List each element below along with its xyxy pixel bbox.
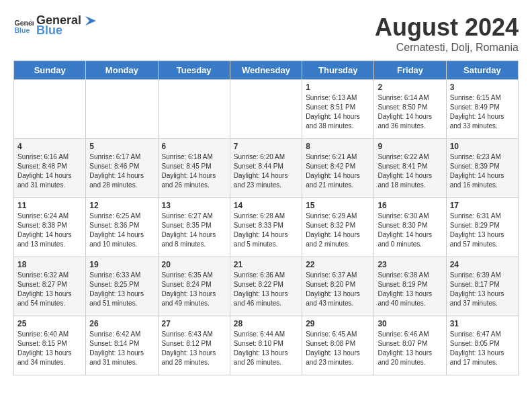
calendar-cell: 8Sunrise: 6:21 AM Sunset: 8:42 PM Daylig… (302, 139, 374, 198)
day-info: Sunrise: 6:25 AM Sunset: 8:36 PM Dayligh… (89, 212, 154, 249)
calendar-week-row: 4Sunrise: 6:16 AM Sunset: 8:48 PM Daylig… (14, 139, 519, 198)
calendar-cell: 26Sunrise: 6:42 AM Sunset: 8:14 PM Dayli… (86, 316, 158, 375)
day-number: 3 (450, 83, 515, 92)
day-info: Sunrise: 6:46 AM Sunset: 8:07 PM Dayligh… (378, 330, 442, 367)
calendar-table: SundayMondayTuesdayWednesdayThursdayFrid… (13, 60, 519, 375)
day-number: 25 (17, 319, 82, 328)
calendar-cell: 23Sunrise: 6:38 AM Sunset: 8:19 PM Dayli… (374, 257, 446, 316)
calendar-cell: 15Sunrise: 6:29 AM Sunset: 8:32 PM Dayli… (302, 198, 374, 257)
header-day-monday: Monday (86, 61, 158, 80)
location-subtitle: Cernatesti, Dolj, Romania (375, 42, 519, 54)
day-number: 5 (89, 142, 154, 151)
day-number: 15 (306, 201, 370, 210)
day-info: Sunrise: 6:29 AM Sunset: 8:32 PM Dayligh… (306, 212, 370, 249)
day-number: 26 (89, 319, 154, 328)
day-number: 27 (162, 319, 226, 328)
page-header: General Blue General Blue August 2024 Ce… (13, 13, 519, 54)
day-info: Sunrise: 6:37 AM Sunset: 8:20 PM Dayligh… (306, 271, 370, 308)
day-info: Sunrise: 6:33 AM Sunset: 8:25 PM Dayligh… (89, 271, 154, 308)
day-number: 16 (378, 201, 442, 210)
day-number: 24 (450, 260, 515, 269)
calendar-week-row: 1Sunrise: 6:13 AM Sunset: 8:51 PM Daylig… (14, 80, 519, 139)
calendar-week-row: 18Sunrise: 6:32 AM Sunset: 8:27 PM Dayli… (14, 257, 519, 316)
calendar-cell: 7Sunrise: 6:20 AM Sunset: 8:44 PM Daylig… (230, 139, 302, 198)
calendar-cell: 21Sunrise: 6:36 AM Sunset: 8:22 PM Dayli… (230, 257, 302, 316)
day-info: Sunrise: 6:44 AM Sunset: 8:10 PM Dayligh… (234, 330, 298, 367)
day-info: Sunrise: 6:16 AM Sunset: 8:48 PM Dayligh… (17, 152, 82, 190)
day-number: 29 (306, 319, 370, 328)
day-info: Sunrise: 6:32 AM Sunset: 8:27 PM Dayligh… (17, 271, 82, 308)
header-day-wednesday: Wednesday (230, 61, 302, 80)
calendar-cell: 5Sunrise: 6:17 AM Sunset: 8:46 PM Daylig… (86, 139, 158, 198)
day-number: 30 (378, 319, 442, 328)
calendar-cell (158, 80, 230, 139)
day-number: 13 (162, 201, 226, 210)
calendar-cell: 18Sunrise: 6:32 AM Sunset: 8:27 PM Dayli… (14, 257, 86, 316)
day-info: Sunrise: 6:21 AM Sunset: 8:42 PM Dayligh… (306, 152, 370, 190)
calendar-cell: 11Sunrise: 6:24 AM Sunset: 8:38 PM Dayli… (14, 198, 86, 257)
day-info: Sunrise: 6:15 AM Sunset: 8:49 PM Dayligh… (450, 93, 515, 131)
day-info: Sunrise: 6:27 AM Sunset: 8:35 PM Dayligh… (162, 212, 226, 249)
calendar-cell: 28Sunrise: 6:44 AM Sunset: 8:10 PM Dayli… (230, 316, 302, 375)
calendar-week-row: 25Sunrise: 6:40 AM Sunset: 8:15 PM Dayli… (14, 316, 519, 375)
header-day-sunday: Sunday (14, 61, 86, 80)
day-number: 10 (450, 142, 515, 151)
day-info: Sunrise: 6:38 AM Sunset: 8:19 PM Dayligh… (378, 271, 442, 308)
calendar-cell: 22Sunrise: 6:37 AM Sunset: 8:20 PM Dayli… (302, 257, 374, 316)
calendar-cell: 13Sunrise: 6:27 AM Sunset: 8:35 PM Dayli… (158, 198, 230, 257)
header-day-thursday: Thursday (302, 61, 374, 80)
day-info: Sunrise: 6:28 AM Sunset: 8:33 PM Dayligh… (234, 212, 298, 249)
day-number: 18 (17, 260, 82, 269)
calendar-cell: 17Sunrise: 6:31 AM Sunset: 8:29 PM Dayli… (446, 198, 518, 257)
calendar-cell: 25Sunrise: 6:40 AM Sunset: 8:15 PM Dayli… (14, 316, 86, 375)
day-info: Sunrise: 6:18 AM Sunset: 8:45 PM Dayligh… (162, 152, 226, 190)
day-info: Sunrise: 6:43 AM Sunset: 8:12 PM Dayligh… (162, 330, 226, 367)
day-number: 2 (378, 83, 442, 92)
svg-marker-3 (85, 16, 96, 26)
day-info: Sunrise: 6:39 AM Sunset: 8:17 PM Dayligh… (450, 271, 515, 308)
day-number: 22 (306, 260, 370, 269)
day-number: 14 (234, 201, 298, 210)
day-info: Sunrise: 6:47 AM Sunset: 8:05 PM Dayligh… (450, 330, 515, 367)
day-number: 7 (234, 142, 298, 151)
month-year-title: August 2024 (375, 13, 519, 42)
day-number: 28 (234, 319, 298, 328)
calendar-header-row: SundayMondayTuesdayWednesdayThursdayFrid… (14, 61, 519, 80)
day-number: 11 (17, 201, 82, 210)
day-info: Sunrise: 6:35 AM Sunset: 8:24 PM Dayligh… (162, 271, 226, 308)
calendar-cell: 30Sunrise: 6:46 AM Sunset: 8:07 PM Dayli… (374, 316, 446, 375)
day-info: Sunrise: 6:36 AM Sunset: 8:22 PM Dayligh… (234, 271, 298, 308)
calendar-cell: 9Sunrise: 6:22 AM Sunset: 8:41 PM Daylig… (374, 139, 446, 198)
calendar-cell: 12Sunrise: 6:25 AM Sunset: 8:36 PM Dayli… (86, 198, 158, 257)
day-number: 1 (306, 83, 370, 92)
calendar-cell (230, 80, 302, 139)
day-info: Sunrise: 6:45 AM Sunset: 8:08 PM Dayligh… (306, 330, 370, 367)
day-info: Sunrise: 6:40 AM Sunset: 8:15 PM Dayligh… (17, 330, 82, 367)
day-number: 6 (162, 142, 226, 151)
day-number: 19 (89, 260, 154, 269)
day-info: Sunrise: 6:22 AM Sunset: 8:41 PM Dayligh… (378, 152, 442, 190)
logo-arrow-icon (83, 15, 97, 27)
day-info: Sunrise: 6:24 AM Sunset: 8:38 PM Dayligh… (17, 212, 82, 249)
calendar-cell (86, 80, 158, 139)
day-number: 9 (378, 142, 442, 151)
calendar-cell: 6Sunrise: 6:18 AM Sunset: 8:45 PM Daylig… (158, 139, 230, 198)
day-number: 31 (450, 319, 515, 328)
day-info: Sunrise: 6:30 AM Sunset: 8:30 PM Dayligh… (378, 212, 442, 249)
calendar-cell (14, 80, 86, 139)
svg-text:Blue: Blue (15, 26, 30, 34)
day-number: 20 (162, 260, 226, 269)
day-number: 4 (17, 142, 82, 151)
calendar-cell: 24Sunrise: 6:39 AM Sunset: 8:17 PM Dayli… (446, 257, 518, 316)
day-number: 12 (89, 201, 154, 210)
day-info: Sunrise: 6:31 AM Sunset: 8:29 PM Dayligh… (450, 212, 515, 249)
day-info: Sunrise: 6:20 AM Sunset: 8:44 PM Dayligh… (234, 152, 298, 190)
day-info: Sunrise: 6:23 AM Sunset: 8:39 PM Dayligh… (450, 152, 515, 190)
header-day-saturday: Saturday (446, 61, 518, 80)
calendar-cell: 2Sunrise: 6:14 AM Sunset: 8:50 PM Daylig… (374, 80, 446, 139)
day-info: Sunrise: 6:14 AM Sunset: 8:50 PM Dayligh… (378, 93, 442, 131)
calendar-cell: 20Sunrise: 6:35 AM Sunset: 8:24 PM Dayli… (158, 257, 230, 316)
calendar-cell: 3Sunrise: 6:15 AM Sunset: 8:49 PM Daylig… (446, 80, 518, 139)
title-block: August 2024 Cernatesti, Dolj, Romania (375, 13, 519, 54)
day-number: 8 (306, 142, 370, 151)
